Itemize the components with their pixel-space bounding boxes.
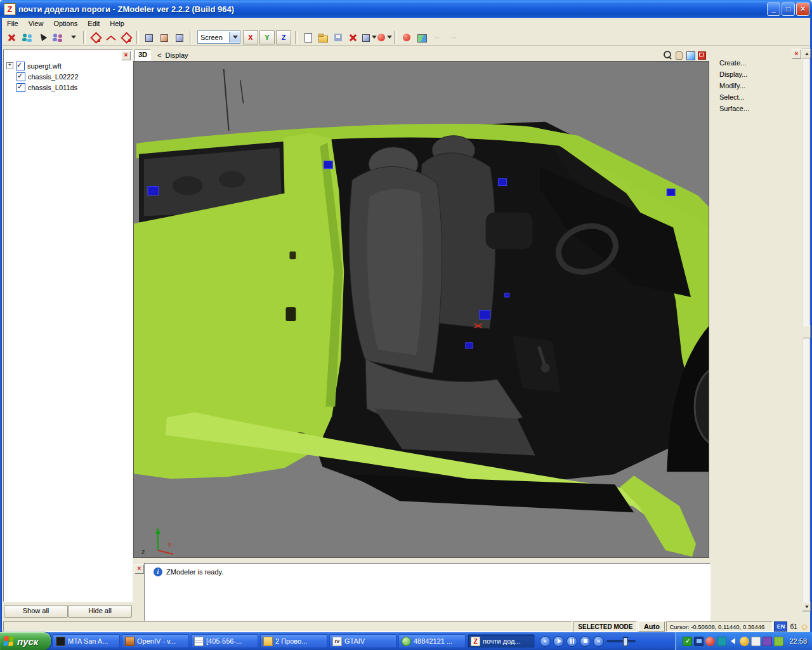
viewport-back-button[interactable]: < — [157, 51, 161, 59]
visibility-checkbox[interactable] — [16, 83, 25, 92]
title-bar[interactable]: Z почти доделал пороги - ZModeler ver 2.… — [0, 0, 812, 18]
antivirus-shield-icon[interactable] — [683, 637, 692, 646]
taskbar-task-gtaiv[interactable]: GTAIV — [329, 634, 396, 648]
dummy-primitive-button[interactable] — [172, 30, 187, 45]
close-tree-panel-button[interactable] — [121, 51, 131, 60]
show-all-button[interactable]: Show all — [4, 605, 68, 618]
viewport-mode-button[interactable]: 3D — [134, 50, 151, 61]
tray-green-icon[interactable] — [774, 637, 783, 646]
tray-red-icon[interactable] — [705, 637, 715, 646]
tools-dropdown-button[interactable] — [65, 30, 81, 45]
close-command-panel-button[interactable] — [792, 50, 801, 59]
auto-button[interactable]: Auto — [638, 621, 665, 632]
dummy-marker[interactable] — [480, 310, 490, 319]
dummy-marker[interactable] — [667, 189, 675, 196]
mesh-primitive-button[interactable] — [157, 30, 172, 45]
import-dropdown-button[interactable] — [361, 30, 376, 45]
taskbar-clock[interactable]: 22:58 — [789, 637, 807, 645]
dummy-marker[interactable] — [466, 343, 473, 348]
export-dropdown-button[interactable] — [376, 30, 391, 45]
menu-options[interactable]: Options — [48, 19, 82, 28]
tree-item-label[interactable]: chassis_L011ds — [28, 84, 77, 91]
new-file-button[interactable] — [300, 30, 315, 45]
scroll-up-button[interactable] — [802, 49, 811, 58]
maximize-button[interactable]: □ — [782, 3, 795, 16]
command-select[interactable]: Select... — [712, 91, 804, 103]
tree-item-label[interactable]: supergt.wft — [27, 62, 62, 70]
surface-tool-button[interactable] — [119, 30, 134, 45]
edges-tool-button[interactable] — [103, 30, 119, 45]
close-button[interactable]: × — [796, 3, 809, 16]
dummy-marker[interactable] — [148, 186, 159, 195]
messenger-icon[interactable] — [717, 637, 726, 646]
tray-purple-icon[interactable] — [763, 637, 772, 646]
taskbar-task-notepad[interactable]: [405-556-... — [191, 634, 258, 648]
taskbar-task-zmodeler[interactable]: почти дод... — [468, 634, 535, 648]
taskbar-task-icq[interactable]: 48842121 ... — [398, 634, 466, 648]
tree-row-supergt[interactable]: supergt.wft — [4, 60, 132, 71]
pause-button[interactable] — [566, 636, 577, 647]
tray-white-icon[interactable] — [751, 637, 761, 646]
menu-view[interactable]: View — [23, 19, 49, 28]
dummy-marker[interactable] — [499, 179, 507, 186]
tree-row-chassis1[interactable]: chassis_L02222 — [4, 71, 132, 82]
dummy-marker[interactable] — [324, 161, 332, 169]
zoom-icon[interactable] — [662, 50, 672, 60]
undo-button[interactable] — [429, 30, 445, 45]
minimize-button[interactable]: _ — [767, 3, 780, 16]
previous-track-button[interactable]: « — [540, 636, 551, 647]
scrollbar-thumb[interactable] — [802, 326, 811, 338]
start-button[interactable]: пуск — [0, 632, 51, 650]
maximize-viewport-icon[interactable] — [697, 50, 707, 60]
pan-hand-icon[interactable] — [674, 50, 684, 60]
network-monitor-icon[interactable] — [694, 637, 704, 646]
command-surface[interactable]: Surface... — [712, 103, 804, 114]
tree-row-chassis2[interactable]: chassis_L011ds — [4, 82, 132, 93]
axis-x-toggle[interactable]: X — [243, 30, 258, 44]
hide-all-button[interactable]: Hide all — [68, 605, 132, 618]
command-create[interactable]: Create... — [712, 57, 804, 69]
taskbar-task-folder[interactable]: 2 Прово... — [260, 634, 327, 648]
scroll-down-button[interactable] — [802, 602, 811, 611]
viewport-canvas[interactable]: VTS — [134, 62, 709, 557]
material-editor-button[interactable] — [414, 30, 429, 45]
screen-mode-select[interactable]: Screen — [197, 30, 240, 44]
stop-button[interactable] — [580, 636, 591, 647]
command-display[interactable]: Display... — [712, 69, 804, 80]
combo-drop-button[interactable] — [229, 32, 240, 43]
smiley-tray-icon[interactable] — [800, 622, 809, 631]
viewport-view-label[interactable]: Display — [165, 51, 188, 59]
play-button[interactable] — [553, 636, 564, 647]
select-tool-button[interactable] — [35, 30, 50, 45]
next-track-button[interactable]: » — [593, 636, 604, 647]
vertices-tool-button[interactable] — [20, 30, 35, 45]
visibility-checkbox[interactable] — [16, 62, 25, 70]
menu-edit[interactable]: Edit — [82, 19, 105, 28]
close-message-panel-button[interactable] — [134, 564, 144, 574]
taskbar-task-openiv[interactable]: OpenIV - v... — [122, 634, 189, 648]
delete-button[interactable] — [346, 30, 361, 45]
command-panel-scrollbar[interactable] — [802, 48, 810, 612]
save-file-button[interactable] — [331, 30, 346, 45]
taskbar-task-mta[interactable]: MTA San A... — [53, 634, 120, 648]
tree-item-label[interactable]: chassis_L02222 — [28, 73, 79, 81]
command-modify[interactable]: Modify... — [712, 80, 804, 91]
expand-plus-icon[interactable] — [6, 62, 13, 69]
objects-tool-button[interactable] — [50, 30, 65, 45]
language-indicator[interactable]: EN — [774, 621, 787, 632]
polyline-tool-button[interactable] — [88, 30, 103, 45]
tray-yellow-icon[interactable] — [740, 637, 749, 646]
box-primitive-button[interactable] — [141, 30, 157, 45]
open-file-button[interactable] — [315, 30, 331, 45]
render-button[interactable] — [399, 30, 414, 45]
volume-slider[interactable] — [606, 640, 636, 642]
axis-y-toggle[interactable]: Y — [259, 30, 275, 44]
modify-tool-button[interactable] — [4, 30, 20, 45]
dummy-marker[interactable] — [505, 293, 509, 297]
menu-file[interactable]: File — [2, 19, 23, 28]
visibility-checkbox[interactable] — [16, 72, 25, 81]
volume-icon[interactable] — [728, 637, 738, 646]
render-mode-icon[interactable] — [685, 50, 695, 60]
menu-help[interactable]: Help — [105, 19, 129, 28]
axis-z-toggle[interactable]: Z — [276, 30, 291, 44]
